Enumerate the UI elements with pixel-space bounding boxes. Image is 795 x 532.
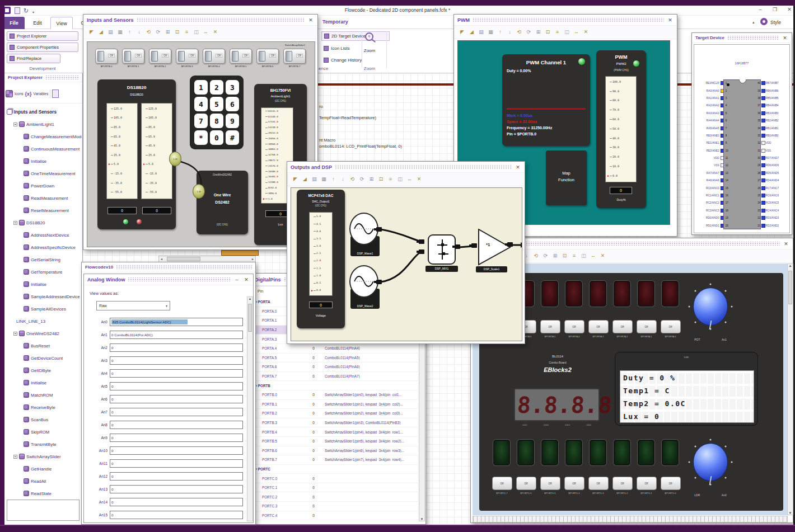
toolbar-icon[interactable]: ⟳ (525, 29, 532, 36)
digital-pin-row[interactable]: PORTA.5 0 ComboBL0114(PinA5) (253, 354, 418, 363)
pin-label[interactable]: RE0/ANE0 (696, 134, 721, 137)
pin-label[interactable]: RA3/ANA3 (696, 112, 721, 115)
tree-item[interactable]: GetIDByte (6, 364, 82, 376)
port-button[interactable]: Off (612, 320, 633, 333)
pin-label[interactable]: RC2/ANC2 (696, 201, 721, 204)
pin-pad[interactable] (761, 163, 765, 167)
pin-pad[interactable] (761, 201, 765, 205)
pin-pad[interactable] (761, 103, 765, 107)
zoom-icon[interactable]: + (365, 32, 373, 41)
pin-pad[interactable] (761, 119, 765, 123)
toolbar-icon[interactable]: ▦ (487, 29, 494, 36)
toolbar-icon[interactable]: ✕ (212, 29, 219, 36)
knob-ball[interactable] (693, 443, 728, 481)
port-button[interactable]: Off (588, 320, 609, 333)
outputs-dsp-title[interactable]: Outputs and DSP✕ (287, 162, 525, 173)
port-button[interactable]: Off (612, 477, 633, 490)
tree-item[interactable]: MatchROM (6, 389, 82, 401)
pin-pad[interactable] (761, 141, 765, 145)
scroll-left-icon[interactable]: ◄ (160, 257, 163, 261)
tree-item[interactable]: BusReset (6, 340, 82, 352)
tree-item[interactable]: Initialise (6, 155, 82, 167)
digital-pin-row[interactable]: PORTC.1 0 (253, 483, 418, 493)
restore-button[interactable]: ❐ (770, 7, 779, 12)
pin-label[interactable]: RA1/ANA1 (696, 97, 721, 100)
scroll-right-icon[interactable]: ► (251, 257, 254, 261)
onewire-connector[interactable]: 1-W (169, 152, 181, 166)
analog-value-field[interactable]: 0 (110, 434, 243, 442)
change-history-toggle[interactable]: Change History (324, 55, 390, 65)
toolbar-icon[interactable]: ◢ (468, 29, 475, 36)
toolbar-icon[interactable]: ◢ (97, 29, 105, 36)
analog-value-field[interactable]: 0 (110, 485, 243, 493)
tree-item[interactable]: AmbientLight1 (6, 118, 82, 130)
analog-value-field[interactable]: 0 (110, 459, 243, 468)
toolbar-icon[interactable]: ▤ (107, 29, 114, 36)
pin-label[interactable]: RB6/ANB6 (765, 90, 788, 92)
dsp-scale-block[interactable]: *1 (478, 229, 513, 266)
pin-label[interactable]: RA6/ANA6 (696, 179, 721, 182)
inputs-sensors-title[interactable]: Inputs and Sensors✕ (83, 15, 317, 26)
close-icon[interactable]: ✕ (783, 241, 789, 247)
digital-pin-row[interactable]: PORTB (253, 381, 418, 390)
pin-label[interactable]: RC5/ANC5 (765, 201, 788, 204)
digital-pin-row[interactable]: PORTB.0 0 SwitchArraySlider1(pin0), keyp… (253, 390, 418, 400)
toolbar-icon[interactable]: ↔ (573, 29, 580, 36)
pin-label[interactable]: RB3/ANB3 (765, 112, 788, 115)
close-icon[interactable]: ✕ (515, 164, 521, 170)
v-scrollbar[interactable]: ▲ ▼ (787, 263, 793, 515)
pin-label[interactable]: RC3/ANC3 (696, 209, 721, 212)
toolbar-icon[interactable]: ⟲ (145, 29, 152, 36)
dsp-mix-block[interactable] (428, 234, 456, 265)
icons-view-label[interactable]: Icons (15, 92, 24, 96)
port-button[interactable]: Off (516, 477, 536, 490)
pin-label[interactable]: RC6/ANC6 (765, 194, 788, 197)
analog-value-field[interactable]: 0 (110, 382, 243, 390)
tree-item[interactable]: GetTemperature (6, 266, 82, 278)
pin-label[interactable]: RC7/ANC7 (765, 187, 788, 190)
toolbar-icon[interactable]: ◫ (563, 29, 570, 36)
port-button[interactable]: Off (637, 320, 657, 333)
analog-value-field[interactable]: 0 (110, 369, 243, 378)
pin-pad[interactable] (761, 134, 765, 138)
pin-pad[interactable] (761, 171, 765, 175)
port-button[interactable]: Off (637, 477, 657, 490)
digital-pin-row[interactable]: PORTB.3 0 SwitchArraySlider1(pin3), Comb… (253, 418, 418, 428)
component-properties-toggle[interactable]: Component Properties (7, 43, 78, 52)
tree-expander-icon[interactable] (13, 332, 17, 336)
variables-icon[interactable]: {x} (25, 91, 32, 97)
pin-pad[interactable] (761, 111, 765, 115)
tree-item[interactable]: ContinuousMeasurement (6, 143, 82, 155)
toolbar-icon[interactable]: ⊡ (561, 252, 568, 260)
toolbar-icon[interactable]: ↓ (135, 29, 143, 36)
close-icon[interactable]: ✕ (782, 35, 788, 41)
quick-access-caret-icon[interactable]: ▾ (32, 8, 34, 16)
toolbar-icon[interactable]: ⟲ (349, 176, 356, 183)
tree-item[interactable]: ChangeMeasurementMode (6, 130, 82, 143)
pin-label[interactable]: RE3/MCLR (696, 82, 721, 84)
flowcode-v10-title[interactable]: Flowcodev10 (82, 262, 255, 272)
pin-label[interactable]: RC0/ANC0 (696, 187, 721, 190)
toolbar-icon[interactable]: ⊡ (544, 29, 551, 36)
tree-item[interactable]: Initialise (6, 376, 82, 389)
tree-item[interactable]: ReadAll (6, 475, 82, 487)
port-button[interactable]: Off (661, 320, 681, 333)
toolbar-icon[interactable]: ≡ (554, 29, 561, 36)
tree-item[interactable]: GetSerialString (6, 253, 82, 266)
toolbar-icon[interactable]: ▦ (116, 29, 124, 36)
tree-item[interactable]: SampleAddressedDevice (6, 290, 82, 303)
pin-label[interactable]: RC4/ANC4 (765, 209, 788, 212)
tree-item[interactable]: TransmitByte (6, 438, 82, 450)
toolbar-icon[interactable]: ≡ (387, 176, 394, 183)
pin-label[interactable]: RE2/ANE2 (696, 149, 721, 152)
toolbar-icon[interactable]: ⊡ (377, 176, 385, 183)
analog-value-field[interactable]: 0 ComboBL0114(Pot ADC) (110, 331, 243, 339)
pin-label[interactable]: RD1/AND1 (696, 224, 721, 227)
pin-label[interactable]: VSS (696, 164, 721, 167)
pin-label[interactable]: VSS (765, 149, 788, 152)
pwm-window-title[interactable]: PWM✕ (454, 15, 677, 26)
pin-label[interactable]: RB5/ANB5 (765, 97, 788, 100)
toolbar-icon[interactable]: ⊞ (535, 29, 542, 36)
digital-pin-row[interactable]: PORTB.4 0 SwitchArraySlider1(pin4), keyp… (253, 427, 418, 437)
pin-label[interactable]: RD0/AND0 (696, 216, 721, 219)
